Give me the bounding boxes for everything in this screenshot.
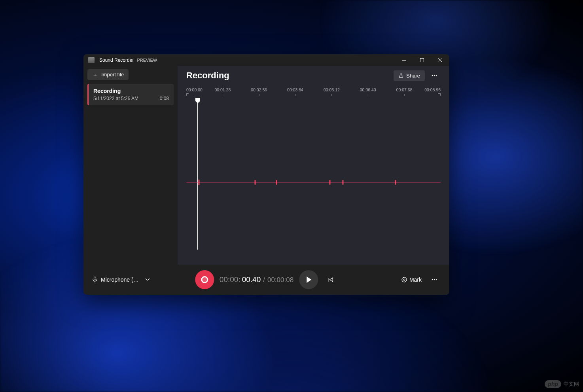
svg-point-8 — [432, 279, 433, 280]
record-icon — [201, 276, 208, 283]
time-current-prefix: 00:00: — [220, 275, 240, 284]
main-header: Recording Share — [186, 69, 441, 82]
timeline-ruler[interactable]: 00:00.0000:01.2800:02.5600:03.8400:05.12… — [186, 87, 441, 95]
preview-badge: PREVIEW — [137, 58, 157, 62]
right-controls: Mark — [398, 273, 441, 286]
more-icon — [432, 279, 437, 280]
time-display: 00:00:00.40 / 00:00:08 — [220, 275, 293, 284]
chevron-down-icon — [146, 278, 150, 281]
timeline-tick-mark — [295, 94, 296, 96]
svg-point-10 — [436, 279, 437, 280]
more-options-button[interactable] — [428, 69, 441, 82]
maximize-icon — [420, 58, 424, 62]
more-icon — [432, 75, 437, 76]
time-separator: / — [263, 276, 265, 284]
ruler-end-bracket — [438, 93, 441, 96]
app-title: Sound Recorder — [99, 57, 134, 63]
timeline-tick-mark — [368, 94, 368, 96]
timeline-tick-label: 00:05.12 — [324, 87, 340, 92]
svg-rect-0 — [402, 60, 406, 61]
timeline-tick-label: 00:06.40 — [360, 87, 376, 92]
waveform-baseline — [186, 182, 441, 183]
titlebar[interactable]: Sound Recorder PREVIEW — [83, 54, 449, 66]
svg-rect-5 — [94, 277, 96, 280]
waveform-blip — [395, 180, 396, 185]
timeline-tick-label: 00:08.96 — [424, 87, 441, 92]
svg-point-7 — [403, 279, 405, 280]
recording-title: Recording — [186, 70, 229, 81]
sidebar: ＋ Import file Recording 5/11/2022 at 5:2… — [83, 66, 178, 265]
svg-point-6 — [402, 277, 407, 282]
timeline-tick-label: 00:01.28 — [214, 87, 231, 92]
main-panel: Recording Share 00:00.0000:01.2800:02.56… — [178, 66, 449, 265]
transport-controls: 00:00:00.40 / 00:00:08 — [195, 270, 338, 289]
skip-back-icon — [328, 277, 333, 282]
play-icon — [306, 276, 311, 283]
waveform-area[interactable] — [186, 103, 441, 265]
svg-point-9 — [434, 279, 435, 280]
maximize-button[interactable] — [413, 54, 431, 66]
waveform-blip — [343, 180, 344, 185]
app-icon — [88, 57, 95, 63]
microphone-selector[interactable]: Microphone (Hig… — [92, 276, 150, 283]
time-total: 00:00:08 — [267, 276, 293, 284]
plus-icon: ＋ — [92, 72, 98, 78]
sound-recorder-window: Sound Recorder PREVIEW ＋ Import file Rec… — [83, 54, 449, 295]
bottom-more-button[interactable] — [428, 273, 441, 286]
timeline-tick-mark — [404, 94, 405, 96]
ruler-start-bracket — [186, 93, 189, 96]
playhead-handle-icon — [195, 98, 200, 103]
timeline-tick-mark — [259, 94, 259, 96]
skip-back-button[interactable] — [324, 273, 338, 287]
svg-point-3 — [434, 75, 435, 76]
close-icon — [438, 58, 442, 62]
close-button[interactable] — [431, 54, 449, 66]
microphone-label: Microphone (Hig… — [101, 276, 142, 283]
timeline-tick-mark — [331, 94, 332, 96]
time-current: 00.40 — [242, 275, 261, 284]
playhead[interactable] — [195, 98, 200, 103]
recording-item-duration: 0:08 — [160, 96, 169, 101]
import-file-button[interactable]: ＋ Import file — [87, 69, 129, 80]
minimize-button[interactable] — [395, 54, 413, 66]
mark-label: Mark — [409, 276, 422, 283]
import-label: Import file — [101, 72, 124, 78]
recording-item-date: 5/11/2022 at 5:26 AM — [93, 96, 138, 101]
share-icon — [398, 73, 404, 78]
record-button[interactable] — [195, 270, 214, 289]
timeline-tick-label: 00:03.84 — [287, 87, 303, 92]
microphone-icon — [92, 276, 98, 283]
svg-point-4 — [436, 75, 437, 76]
svg-rect-1 — [420, 59, 424, 62]
recording-item-title: Recording — [93, 88, 169, 94]
waveform-blip — [198, 180, 199, 185]
waveform-blip — [329, 180, 331, 185]
timeline-tick-mark — [223, 94, 223, 96]
bottom-bar: Microphone (Hig… 00:00:00.40 / 00:00:08 — [83, 265, 449, 295]
share-button[interactable]: Share — [394, 70, 425, 81]
svg-point-2 — [432, 75, 433, 76]
watermark: php 中文网 — [545, 380, 579, 388]
share-label: Share — [406, 73, 420, 79]
watermark-logo: php — [545, 380, 561, 388]
timeline-tick-label: 00:00.00 — [186, 87, 203, 92]
window-controls — [395, 54, 449, 66]
mark-button[interactable]: Mark — [398, 274, 426, 285]
play-button[interactable] — [299, 270, 318, 289]
timeline-tick-label: 00:07.68 — [396, 87, 413, 92]
playhead-track[interactable] — [186, 98, 441, 103]
recording-list-item[interactable]: Recording 5/11/2022 at 5:26 AM 0:08 — [87, 84, 174, 105]
mark-icon — [401, 277, 407, 282]
timeline-tick-label: 00:02.56 — [251, 87, 267, 92]
waveform-blip — [255, 180, 256, 185]
watermark-text: 中文网 — [564, 381, 579, 388]
minimize-icon — [402, 60, 406, 61]
waveform-blip — [276, 180, 277, 185]
